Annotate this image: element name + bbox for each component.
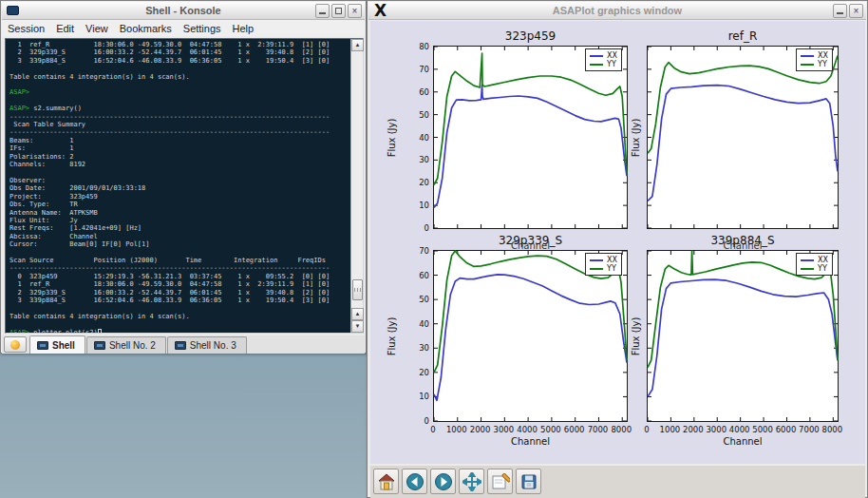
legend: XXYY (796, 48, 833, 71)
yaxis-label: Flux (Jy) (631, 118, 641, 157)
scroll-up2-icon[interactable]: ▲ (351, 308, 364, 320)
legend-entry-XX: XX (590, 256, 617, 264)
plot-title-329p339_S: 329p339_S (433, 234, 628, 247)
subplots-button[interactable] (487, 469, 513, 494)
legend-entry-XX: XX (590, 51, 617, 60)
legend-line-YY (801, 64, 814, 66)
legend: XXYY (796, 253, 833, 276)
ytick-label: 0 (405, 223, 429, 233)
ytick-label: 60 (405, 87, 429, 97)
terminal-text: 1 ref_R 18:30:06.0 -49.59.30.0 04:47:58 … (9, 41, 349, 333)
legend-label: YY (607, 60, 616, 68)
series-XX (434, 275, 627, 401)
terminal-area[interactable]: 1 ref_R 18:30:06.0 -49.59.30.0 04:47:58 … (5, 38, 364, 334)
close-button[interactable]: × (849, 4, 863, 18)
ytick-label: 10 (405, 392, 429, 401)
tab-label: Shell (52, 340, 75, 351)
menu-edit[interactable]: Edit (50, 22, 80, 35)
tab-shell[interactable]: Shell (29, 335, 85, 354)
series-XX (434, 86, 627, 208)
series-XX (648, 86, 838, 201)
legend-entry-YY: YY (590, 264, 617, 273)
ytick-label: 30 (405, 343, 429, 353)
terminal-icon (37, 341, 48, 350)
save-button[interactable] (516, 469, 541, 494)
menu-view[interactable]: View (80, 22, 114, 35)
new-session-icon (10, 340, 20, 350)
pan-icon (462, 472, 481, 491)
figure-canvas: Channel323p45901020304050607080Flux (Jy)… (370, 21, 865, 464)
legend-line-YY (590, 64, 603, 66)
session-tabbar: ShellShell No. 2Shell No. 3 (2, 335, 365, 354)
save-icon (519, 472, 538, 491)
new-session-button[interactable] (4, 336, 27, 353)
legend-line-XX (801, 259, 814, 261)
ytick-label: 80 (405, 42, 429, 51)
scrollbar-thumb[interactable] (352, 279, 363, 300)
ytick-label: 60 (405, 271, 429, 280)
forward-button[interactable] (430, 469, 456, 494)
scroll-down-icon[interactable]: ▼ (351, 320, 364, 333)
tab-shell-no-2[interactable]: Shell No. 2 (86, 336, 166, 354)
minimize-button[interactable] (315, 4, 330, 18)
ytick-label: 40 (405, 133, 429, 143)
konsole-titlebar[interactable]: Shell - Konsole × (2, 2, 365, 20)
ytick-label: 20 (405, 178, 429, 187)
legend-entry-XX: XX (801, 51, 828, 60)
menu-settings[interactable]: Settings (178, 22, 227, 35)
tab-shell-no-3[interactable]: Shell No. 3 (167, 336, 247, 354)
home-button[interactable] (373, 469, 399, 494)
konsole-window-title: Shell - Konsole (2, 5, 365, 16)
series-XX (648, 279, 838, 396)
legend-line-XX (590, 259, 603, 261)
ytick-label: 70 (405, 246, 429, 256)
xaxis-label: Channel (647, 436, 839, 447)
asaplot-titlebar[interactable]: X ASAPlot graphics window × (368, 2, 866, 20)
minimize-button[interactable] (833, 4, 847, 18)
legend: XXYY (585, 253, 622, 276)
home-icon (377, 472, 396, 491)
legend-line-YY (801, 268, 814, 270)
menu-bookmarks[interactable]: Bookmarks (114, 22, 178, 35)
legend: XXYY (585, 48, 622, 71)
plot-title-323p459: 323p459 (433, 29, 628, 43)
legend-label: YY (818, 264, 827, 273)
yaxis-label: Flux (Jy) (387, 316, 397, 355)
xtick-label: 8000 (818, 425, 846, 434)
legend-label: XX (607, 256, 617, 264)
scroll-up-icon[interactable]: ▲ (351, 39, 364, 51)
legend-line-XX (590, 55, 603, 57)
legend-line-YY (590, 268, 603, 270)
yaxis-label: Flux (Jy) (631, 316, 641, 355)
subplot-329p339_S (433, 250, 628, 422)
desktop: Shell - Konsole × SessionEditViewBookmar… (0, 0, 868, 498)
legend-label: YY (818, 60, 827, 68)
back-button[interactable] (402, 469, 427, 494)
pan-button[interactable] (459, 469, 484, 494)
legend-label: YY (607, 264, 616, 273)
subplots-icon (491, 472, 510, 491)
menu-session[interactable]: Session (2, 22, 50, 35)
close-button[interactable]: × (348, 4, 362, 18)
konsole-menubar: SessionEditViewBookmarksSettingsHelp (2, 20, 365, 36)
terminal-scrollbar[interactable]: ▲ ▲ ▼ (350, 39, 363, 333)
tab-label: Shell No. 3 (190, 340, 236, 351)
plot-title-339p884_S: 339p884_S (647, 234, 839, 247)
konsole-window: Shell - Konsole × SessionEditViewBookmar… (0, 0, 367, 354)
terminal-cursor (98, 329, 102, 333)
legend-entry-XX: XX (801, 256, 828, 264)
ytick-label: 40 (405, 319, 429, 329)
legend-entry-YY: YY (801, 60, 828, 68)
asaplot-window-title: ASAPlot graphics window (368, 5, 866, 16)
terminal-icon (94, 341, 105, 350)
ytick-label: 30 (405, 155, 429, 164)
plot-toolbar (370, 466, 865, 498)
terminal-icon (175, 341, 186, 350)
yaxis-label: Flux (Jy) (387, 118, 397, 157)
series-YY (434, 53, 627, 184)
maximize-button[interactable] (331, 4, 346, 18)
menu-help[interactable]: Help (227, 22, 260, 35)
legend-line-XX (801, 55, 814, 57)
back-icon (406, 472, 425, 491)
ytick-label: 70 (405, 65, 429, 74)
